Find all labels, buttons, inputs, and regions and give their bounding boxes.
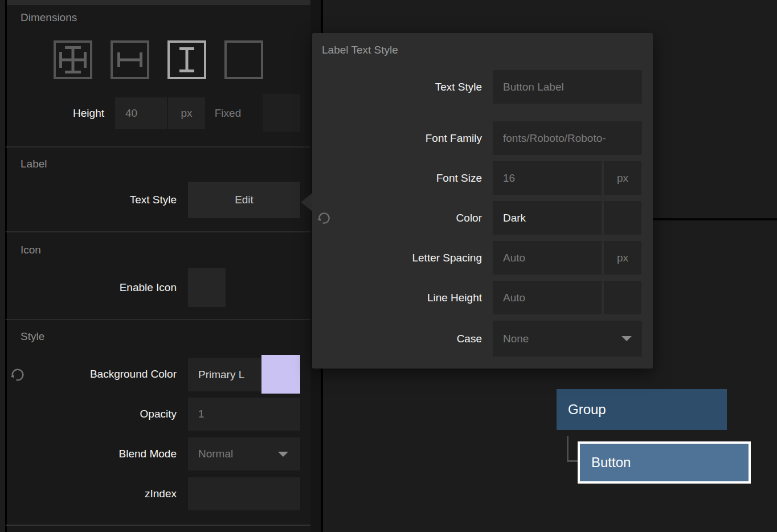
letter-spacing-label: Letter Spacing: [312, 241, 482, 275]
color-value: Dark: [503, 212, 526, 224]
color-label: Color: [312, 201, 482, 235]
popup-tail: [301, 193, 312, 211]
dimensions-section-title: Dimensions: [21, 11, 77, 24]
properties-panel: Dimensions Height: [0, 0, 310, 532]
canvas-edge-line: [653, 218, 777, 220]
height-label: Height: [0, 97, 104, 129]
text-style-label: Text Style: [0, 182, 177, 218]
opacity-value: 1: [198, 408, 205, 420]
line-height-label: Line Height: [312, 281, 482, 314]
font-size-unit: px: [617, 172, 628, 185]
background-color-swatch[interactable]: [261, 355, 300, 394]
panel-top-edge: [7, 0, 310, 5]
canvas-button-element[interactable]: Button: [578, 441, 751, 484]
popup-text-style-field[interactable]: Button Label: [493, 70, 642, 104]
text-style-edit-button[interactable]: Edit: [188, 182, 300, 218]
sizing-none-button[interactable]: [224, 40, 263, 79]
line-height-value: Auto: [503, 292, 525, 304]
popup-text-style-label: Text Style: [312, 70, 482, 104]
height-unit-value: px: [181, 107, 192, 120]
sizing-width-button[interactable]: [111, 40, 149, 79]
blend-mode-value: Normal: [198, 448, 233, 460]
line-height-input[interactable]: Auto: [493, 281, 602, 314]
group-element-label: Group: [568, 402, 606, 418]
chevron-down-icon: [278, 452, 288, 457]
background-color-label: Background Color: [0, 358, 177, 391]
button-element-label: Button: [591, 455, 631, 470]
height-value: 40: [125, 107, 137, 120]
line-height-unit-selector[interactable]: [604, 281, 641, 314]
section-divider: [6, 231, 310, 232]
enable-icon-checkbox[interactable]: [188, 268, 226, 307]
letter-spacing-unit-selector[interactable]: px: [604, 241, 641, 275]
font-family-label: Font Family: [312, 121, 482, 155]
sizing-none-icon: [227, 43, 261, 77]
color-swatch[interactable]: [604, 201, 641, 235]
popup-text-style-value: Button Label: [503, 81, 564, 93]
color-field[interactable]: Dark: [493, 201, 602, 235]
section-divider: [6, 146, 310, 148]
sizing-width-icon: [113, 43, 147, 77]
fixed-label: Fixed: [202, 97, 253, 129]
font-size-unit-selector[interactable]: px: [604, 161, 641, 195]
style-section-title: Style: [21, 330, 44, 343]
sizing-height-icon: [170, 43, 204, 77]
case-value: None: [503, 333, 529, 345]
letter-spacing-value: Auto: [503, 252, 525, 264]
font-size-label: Font Size: [312, 161, 482, 195]
icon-section-title: Icon: [21, 244, 41, 256]
fixed-checkbox[interactable]: [263, 94, 300, 132]
popup-title: Label Text Style: [322, 44, 398, 56]
blend-mode-label: Blend Mode: [0, 437, 177, 470]
sizing-width-height-icon: [56, 43, 90, 77]
height-unit-selector[interactable]: px: [168, 97, 205, 129]
blend-mode-dropdown[interactable]: Normal: [188, 437, 300, 470]
font-size-input[interactable]: 16: [493, 161, 602, 195]
font-family-field[interactable]: fonts/Roboto/Roboto-: [493, 121, 642, 155]
section-divider: [6, 525, 310, 526]
edit-button-label: Edit: [235, 194, 253, 206]
zindex-input[interactable]: [188, 477, 300, 510]
tree-connector-horizontal: [567, 460, 578, 462]
background-color-field[interactable]: Primary L: [188, 358, 261, 391]
chevron-down-icon: [621, 336, 632, 341]
zindex-label: zIndex: [0, 477, 177, 510]
section-divider: [6, 319, 310, 320]
label-section-title: Label: [21, 158, 47, 170]
font-family-value: fonts/Roboto/Roboto-: [503, 132, 606, 145]
letter-spacing-unit: px: [617, 252, 628, 264]
sizing-width-height-button[interactable]: [54, 40, 92, 79]
case-label: Case: [312, 321, 482, 357]
font-size-value: 16: [503, 172, 515, 185]
letter-spacing-input[interactable]: Auto: [493, 241, 602, 275]
enable-icon-label: Enable Icon: [0, 269, 177, 306]
case-dropdown[interactable]: None: [493, 321, 642, 357]
label-text-style-popup: Label Text Style Text Style Button Label…: [312, 33, 653, 369]
tree-connector-vertical: [567, 436, 569, 462]
background-color-value: Primary L: [198, 369, 244, 381]
opacity-label: Opacity: [0, 398, 177, 431]
sizing-height-button[interactable]: [167, 40, 206, 79]
canvas-group-element[interactable]: Group: [557, 389, 727, 430]
opacity-input[interactable]: 1: [188, 398, 300, 431]
height-input[interactable]: 40: [115, 97, 167, 129]
